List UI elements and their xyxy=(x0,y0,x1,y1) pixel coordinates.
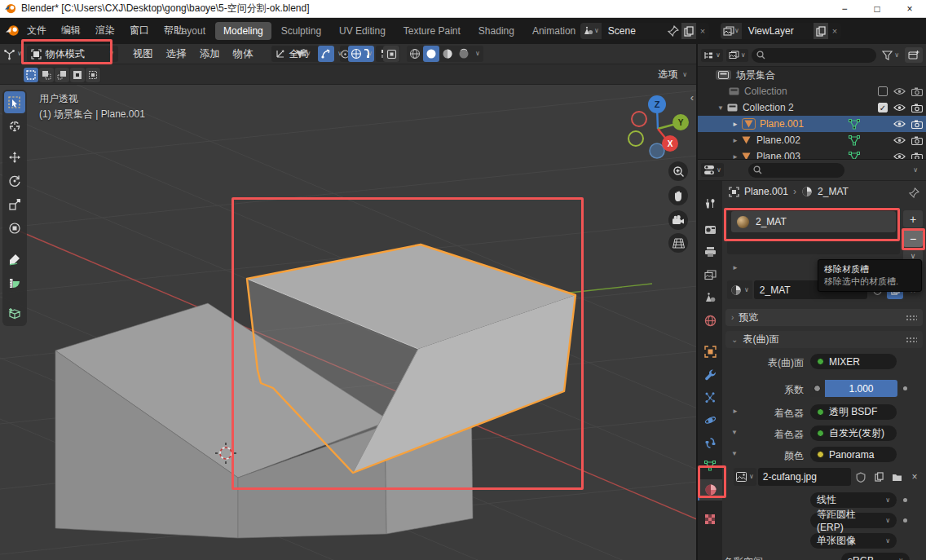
shading-material-button[interactable] xyxy=(439,46,456,62)
tab-scene[interactable] xyxy=(698,287,722,308)
breadcrumb-material[interactable]: 2_MAT xyxy=(818,186,849,197)
image-source-dropdown[interactable]: 单张图像 ∨ xyxy=(810,533,897,549)
keyframe-dot[interactable] xyxy=(903,386,907,390)
viewport-3d[interactable]: 用户透视 (1) 场景集合 | Plane.001 ‹ xyxy=(0,85,697,560)
properties-editor-type-dropdown[interactable]: ∨ xyxy=(701,163,724,177)
overlays-toggle[interactable] xyxy=(348,46,364,62)
panel-preview[interactable]: › 预览 xyxy=(725,309,923,326)
outliner-properties-divider[interactable] xyxy=(698,159,926,160)
workspace-tab-texture-paint[interactable]: Texture Paint xyxy=(395,22,469,40)
camera-view-button[interactable] xyxy=(668,210,688,230)
outliner-row-plane-001[interactable]: ► Plane.001 xyxy=(698,116,926,132)
menu-add[interactable]: 添加 xyxy=(193,46,227,63)
tab-world[interactable] xyxy=(698,310,722,331)
overlays-dropdown[interactable]: ∨ xyxy=(364,46,376,62)
tool-cursor[interactable] xyxy=(4,115,25,137)
select-mode-subtract-button[interactable] xyxy=(55,68,69,82)
navigation-gizmo[interactable]: Z Y X xyxy=(620,90,696,166)
workspace-tab-modeling[interactable]: Modeling xyxy=(215,22,271,40)
shading-rendered-button[interactable] xyxy=(456,46,472,62)
add-material-slot-button[interactable]: + xyxy=(903,210,923,227)
tool-rotate[interactable] xyxy=(4,170,25,192)
disclosure-open-icon[interactable]: ▼ xyxy=(717,104,724,112)
pin-icon[interactable] xyxy=(668,25,679,37)
menu-render[interactable]: 渲染 xyxy=(90,21,121,40)
unlink-scene-button[interactable]: × xyxy=(696,26,709,36)
tab-view-layer[interactable] xyxy=(698,264,722,285)
zoom-button[interactable] xyxy=(668,161,688,181)
outliner-row-scene-collection[interactable]: 场景集合 xyxy=(698,67,926,83)
eye-icon[interactable] xyxy=(893,120,906,128)
tool-add-cube[interactable] xyxy=(4,302,25,324)
image-copy-button[interactable] xyxy=(871,468,887,486)
shading-solid-button[interactable] xyxy=(423,46,439,62)
remove-viewlayer-button[interactable]: × xyxy=(828,26,841,36)
workspace-tab-animation[interactable]: Animation xyxy=(524,22,584,40)
editor-type-selector[interactable]: ∨ xyxy=(0,48,25,60)
drag-handle-icon[interactable] xyxy=(906,337,917,343)
new-collection-button[interactable] xyxy=(905,47,923,63)
disclosure-closed-icon[interactable]: ► xyxy=(732,121,739,128)
shading-wireframe-button[interactable] xyxy=(407,46,423,62)
pan-button[interactable] xyxy=(668,186,688,205)
tool-scale[interactable] xyxy=(4,193,25,215)
outliner-row-plane-002[interactable]: ► Plane.002 xyxy=(698,132,926,148)
keyframe-dot[interactable] xyxy=(903,498,907,502)
select-mode-invert-button[interactable] xyxy=(70,68,85,82)
eye-icon[interactable] xyxy=(893,136,906,144)
menu-select[interactable]: 选择 xyxy=(160,46,193,63)
minimize-button[interactable]: − xyxy=(828,0,861,18)
colorspace-dropdown[interactable]: sRGB ∨ xyxy=(841,553,910,560)
tab-object-data[interactable] xyxy=(698,455,722,476)
gizmos-dropdown[interactable]: ∨ xyxy=(334,46,346,62)
disclosure-closed-icon[interactable]: ► xyxy=(732,137,739,144)
eye-icon[interactable] xyxy=(893,104,906,112)
breadcrumb-object[interactable]: Plane.001 xyxy=(744,186,788,197)
workspace-tab-uv-editing[interactable]: UV Editing xyxy=(331,22,394,40)
tab-tool[interactable] xyxy=(698,192,722,214)
shading-dropdown[interactable]: ∨ xyxy=(472,46,483,62)
image-fake-user-toggle[interactable] xyxy=(853,468,869,486)
maximize-button[interactable]: □ xyxy=(861,0,893,18)
show-object-types-dropdown[interactable]: ∨ xyxy=(289,46,315,62)
browse-image-dropdown[interactable]: ∨ xyxy=(734,468,756,486)
material-slot-row[interactable]: 2_MAT xyxy=(731,211,896,232)
menu-file[interactable]: 文件 xyxy=(21,21,52,40)
outliner-row-collection[interactable]: Collection xyxy=(698,83,926,99)
camera-restrict-icon[interactable] xyxy=(911,120,923,129)
mode-dropdown[interactable]: 物体模式 ∨ xyxy=(27,46,118,62)
blender-logo-icon[interactable] xyxy=(5,24,20,37)
workspace-tab-sculpting[interactable]: Sculpting xyxy=(273,22,329,40)
tool-transform[interactable] xyxy=(4,217,25,239)
shader1-selector[interactable]: 透明 BSDF xyxy=(810,404,897,420)
menu-window[interactable]: 窗口 xyxy=(124,21,155,40)
interpolation-dropdown[interactable]: 线性 ∨ xyxy=(810,492,897,508)
viewlayer-browse-button[interactable]: ∨ xyxy=(721,23,742,39)
disclosure-closed-icon[interactable]: ► xyxy=(732,264,739,271)
image-open-button[interactable] xyxy=(889,468,905,486)
select-mode-extend-button[interactable] xyxy=(39,68,54,82)
outliner-row-collection-2[interactable]: ▼ Collection 2 ✓ xyxy=(698,99,926,116)
tool-annotate[interactable] xyxy=(4,248,25,270)
outliner-search-input[interactable] xyxy=(752,48,876,63)
options-dropdown[interactable]: 选项 ∨ xyxy=(658,68,687,82)
menu-object[interactable]: 物体 xyxy=(227,46,260,63)
eye-icon[interactable] xyxy=(893,87,906,95)
camera-restrict-icon[interactable] xyxy=(911,87,923,96)
shader2-selector[interactable]: 自发光(发射) xyxy=(810,426,897,441)
camera-restrict-icon[interactable] xyxy=(911,104,923,112)
tool-select-box[interactable] xyxy=(4,91,25,113)
tool-measure[interactable] xyxy=(4,271,25,293)
pin-icon[interactable] xyxy=(909,187,919,198)
drag-handle-icon[interactable] xyxy=(906,315,917,321)
viewlayer-name[interactable]: ViewLayer xyxy=(742,25,814,37)
gizmos-toggle[interactable] xyxy=(318,46,334,62)
outliner-display-mode-dropdown[interactable]: ∨ xyxy=(701,49,723,62)
color-source-selector[interactable]: Panorama xyxy=(810,447,897,462)
menu-view[interactable]: 视图 xyxy=(126,46,160,63)
projection-dropdown[interactable]: 等距圆柱(ERP) ∨ xyxy=(810,513,897,528)
factor-slider[interactable]: 1.000 xyxy=(825,380,897,397)
menu-edit[interactable]: 编辑 xyxy=(55,21,86,40)
chevron-down-icon[interactable]: ∨ xyxy=(913,167,918,174)
tab-material[interactable] xyxy=(698,479,722,500)
